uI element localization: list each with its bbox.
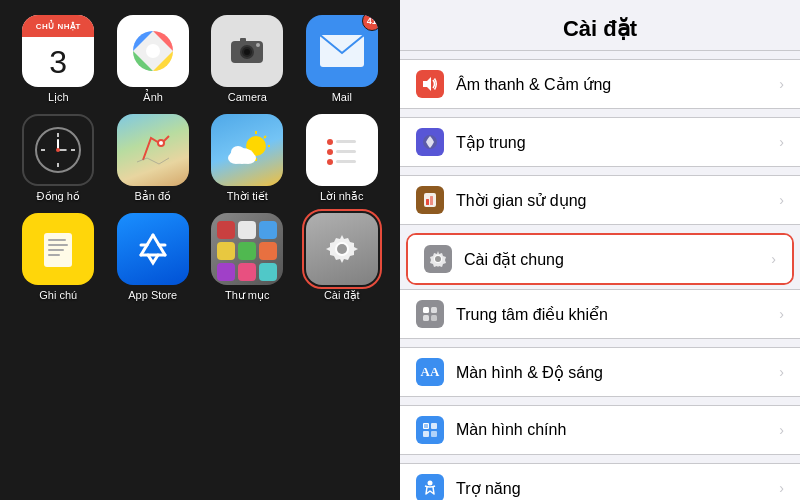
homescreen-chevron: › <box>779 422 784 438</box>
app-item-maps[interactable]: Bản đồ <box>110 114 197 203</box>
camera-icon <box>211 15 283 87</box>
folder-mini-7 <box>217 263 235 281</box>
app-item-calendar[interactable]: CHỦ NHẬT 3 Lịch <box>15 15 102 104</box>
homescreen-svg <box>421 421 439 439</box>
app-item-reminders[interactable]: Lời nhắc <box>299 114 386 203</box>
settings-row-accessibility[interactable]: Trợ năng › <box>400 464 800 500</box>
svg-rect-44 <box>430 196 433 205</box>
calendar-date: 3 <box>49 37 67 87</box>
reminders-label: Lời nhắc <box>320 190 363 203</box>
app-item-camera[interactable]: Camera <box>204 15 291 104</box>
settings-row-focus[interactable]: Tập trung › <box>400 118 800 166</box>
general-icon <box>424 245 452 273</box>
home-screen: CHỦ NHẬT 3 Lịch Ảnh <box>0 0 400 500</box>
mail-svg <box>320 35 364 67</box>
app-item-folder[interactable]: Thư mục <box>204 213 291 302</box>
sound-svg <box>421 75 439 93</box>
display-label: Màn hình & Độ sáng <box>456 363 779 382</box>
app-item-mail[interactable]: 41 Mail <box>299 15 386 104</box>
svg-rect-54 <box>431 431 437 437</box>
sound-label: Âm thanh & Cảm ứng <box>456 75 779 94</box>
app-item-photos[interactable]: Ảnh <box>110 15 197 104</box>
clock-icon-container <box>22 114 94 186</box>
folder-mini-1 <box>217 221 235 239</box>
svg-point-46 <box>435 256 441 262</box>
display-chevron: › <box>779 364 784 380</box>
general-label: Cài đặt chung <box>464 250 771 269</box>
settings-section-7: Màn hình chính › <box>400 405 800 455</box>
clock-label: Đồng hồ <box>37 190 80 203</box>
calendar-icon: CHỦ NHẬT 3 <box>22 15 94 87</box>
reminders-svg <box>320 128 364 172</box>
svg-rect-53 <box>423 431 429 437</box>
settings-label: Cài đặt <box>324 289 360 302</box>
mail-label: Mail <box>332 91 352 103</box>
photos-icon <box>117 15 189 87</box>
control-svg <box>421 305 439 323</box>
photos-label: Ảnh <box>143 91 163 104</box>
svg-rect-43 <box>426 199 429 205</box>
svg-rect-39 <box>48 254 60 256</box>
control-chevron: › <box>779 306 784 322</box>
svg-rect-49 <box>423 315 429 321</box>
maps-label: Bản đồ <box>134 190 171 203</box>
svg-rect-52 <box>431 423 437 429</box>
accessibility-icon <box>416 474 444 500</box>
settings-icon <box>306 213 378 285</box>
settings-row-homescreen[interactable]: Màn hình chính › <box>400 406 800 454</box>
folder-mini-3 <box>259 221 277 239</box>
svg-line-24 <box>264 136 266 138</box>
maps-svg <box>133 130 173 170</box>
svg-point-28 <box>231 146 245 158</box>
settings-row-control[interactable]: Trung tâm điều khiển › <box>400 290 800 338</box>
photos-svg <box>128 26 178 76</box>
settings-row-display[interactable]: AA Màn hình & Độ sáng › <box>400 348 800 396</box>
settings-row-screentime[interactable]: Thời gian sử dụng › <box>400 176 800 224</box>
screentime-svg <box>421 191 439 209</box>
clock-svg <box>32 124 84 176</box>
folder-mini-8 <box>238 263 256 281</box>
appstore-label: App Store <box>128 289 177 301</box>
appstore-svg <box>131 227 175 271</box>
appstore-icon <box>117 213 189 285</box>
sound-icon <box>416 70 444 98</box>
notes-label: Ghi chú <box>39 289 77 301</box>
app-item-clock[interactable]: Đồng hồ <box>15 114 102 203</box>
camera-svg <box>227 31 267 71</box>
svg-point-19 <box>159 141 163 145</box>
focus-label: Tập trung <box>456 133 779 152</box>
mail-badge: 41 <box>362 15 378 31</box>
mail-icon: 41 <box>306 15 378 87</box>
screentime-chevron: › <box>779 192 784 208</box>
settings-row-general[interactable]: Cài đặt chung › <box>408 235 792 283</box>
settings-row-sound[interactable]: Âm thanh & Cảm ứng › <box>400 60 800 108</box>
settings-svg <box>320 227 364 271</box>
svg-rect-50 <box>431 315 437 321</box>
folder-mini-5 <box>238 242 256 260</box>
settings-header: Cài đặt <box>400 0 800 51</box>
svg-rect-55 <box>424 424 428 428</box>
calendar-day: CHỦ NHẬT <box>22 15 94 37</box>
svg-point-56 <box>428 481 433 486</box>
reminders-icon <box>306 114 378 186</box>
settings-section-8: Trợ năng › <box>400 463 800 500</box>
screentime-icon <box>416 186 444 214</box>
calendar-label: Lịch <box>48 91 69 104</box>
svg-point-5 <box>244 49 250 55</box>
svg-rect-48 <box>431 307 437 313</box>
app-grid: CHỦ NHẬT 3 Lịch Ảnh <box>15 10 385 302</box>
app-item-settings[interactable]: Cài đặt <box>299 213 386 302</box>
app-item-appstore[interactable]: App Store <box>110 213 197 302</box>
app-item-notes[interactable]: Ghi chú <box>15 213 102 302</box>
svg-rect-47 <box>423 307 429 313</box>
svg-point-29 <box>327 139 333 145</box>
settings-section-2: Tập trung › <box>400 117 800 167</box>
weather-svg <box>224 130 270 170</box>
svg-rect-6 <box>240 38 246 42</box>
app-item-weather[interactable]: Thời tiết <box>204 114 291 203</box>
svg-rect-38 <box>48 249 64 251</box>
folder-label: Thư mục <box>225 289 270 302</box>
svg-point-41 <box>337 244 347 254</box>
settings-panel: Cài đặt Âm thanh & Cảm ứng › <box>400 0 800 500</box>
homescreen-label: Màn hình chính <box>456 421 779 439</box>
